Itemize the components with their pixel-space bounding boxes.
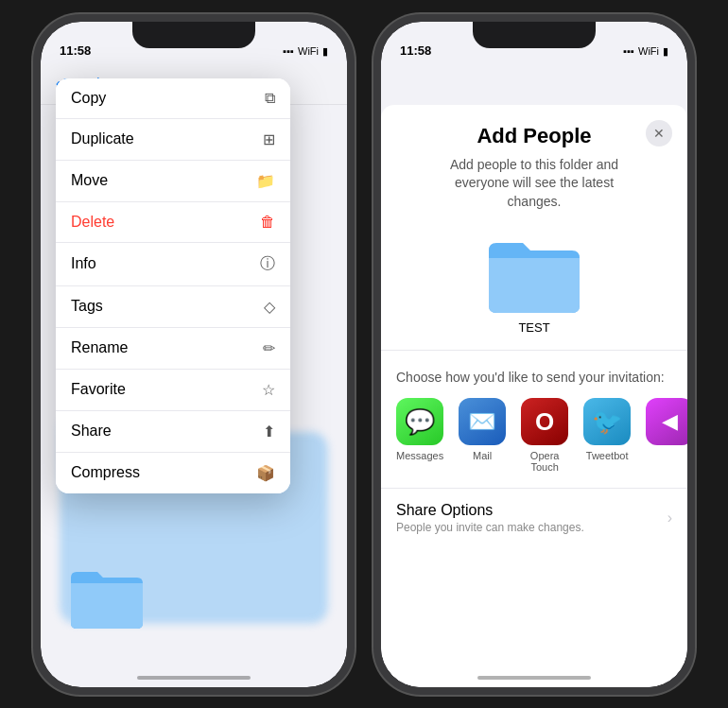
share-options-sub: People you invite can make changes. — [396, 521, 584, 534]
messages-icon: 💬 — [405, 407, 435, 437]
app-messages[interactable]: 💬 Messages — [396, 398, 443, 461]
left-screen: 11:58 ▪▪▪ WiFi ▮ ‹ Search — [41, 22, 347, 687]
messages-label: Messages — [396, 450, 443, 461]
menu-item-delete[interactable]: Delete 🗑 — [56, 202, 290, 243]
sheet-title: Add People — [400, 124, 668, 148]
divider-1 — [381, 350, 687, 351]
time-left: 11:58 — [60, 43, 91, 58]
menu-label-tags: Tags — [71, 298, 103, 315]
opera-app-icon: O — [521, 398, 568, 445]
close-button[interactable]: ✕ — [646, 120, 672, 147]
share-options-title: Share Options — [396, 502, 584, 519]
menu-label-move: Move — [71, 172, 108, 189]
signal-icon: ▪▪▪ — [283, 45, 294, 57]
menu-item-copy[interactable]: Copy ⧉ — [56, 78, 290, 119]
favorite-icon: ☆ — [262, 381, 275, 399]
folder-svg — [69, 564, 145, 630]
menu-item-share[interactable]: Share ⬆ — [56, 411, 290, 453]
mail-label: Mail — [473, 450, 492, 461]
home-indicator-left — [137, 676, 251, 680]
share-options-info: Share Options People you invite can make… — [396, 502, 584, 534]
notch — [132, 22, 255, 48]
status-icons-left: ▪▪▪ WiFi ▮ — [283, 45, 328, 58]
mail-icon: ✉️ — [468, 408, 496, 435]
menu-label-compress: Compress — [71, 464, 140, 481]
messages-app-icon: 💬 — [396, 398, 443, 445]
menu-item-info[interactable]: Info ⓘ — [56, 243, 290, 286]
share-prompt: Choose how you'd like to send your invit… — [396, 370, 672, 385]
app-tweetbot[interactable]: 🐦 Tweetbot — [583, 398, 631, 461]
sheet-folder: TEST — [381, 220, 687, 342]
tweetbot-icon: 🐦 — [592, 407, 622, 437]
folder-name: TEST — [518, 320, 549, 335]
menu-item-favorite[interactable]: Favorite ☆ — [56, 370, 290, 411]
bottom-folder — [69, 564, 145, 630]
chevron-right-icon: › — [667, 509, 672, 527]
wifi-icon-right: WiFi — [638, 45, 659, 57]
app-mail[interactable]: ✉️ Mail — [459, 398, 506, 461]
mail-app-icon: ✉️ — [459, 398, 506, 445]
home-indicator-right — [477, 676, 591, 680]
menu-label-copy: Copy — [71, 90, 106, 107]
delete-icon: 🗑 — [260, 214, 275, 231]
menu-item-tags[interactable]: Tags ◇ — [56, 286, 290, 328]
tags-icon: ◇ — [264, 298, 275, 316]
tweetbot-label: Tweetbot — [586, 450, 629, 461]
folder-icon-large — [487, 235, 581, 313]
more-icon: ◀ — [662, 409, 678, 434]
left-phone: 11:58 ▪▪▪ WiFi ▮ ‹ Search — [33, 14, 355, 695]
share-options-row[interactable]: Share Options People you invite can make… — [381, 488, 687, 547]
share-apps-row: 💬 Messages ✉️ Mail O Opera — [396, 398, 672, 473]
rename-icon: ✏ — [263, 339, 275, 357]
sheet-subtitle: Add people to this folder and everyone w… — [430, 156, 638, 212]
copy-icon: ⧉ — [265, 90, 275, 107]
menu-label-share: Share — [71, 423, 112, 440]
duplicate-icon: ⊞ — [263, 130, 275, 148]
right-phone: 11:58 ▪▪▪ WiFi ▮ ‹ Search ✕ Add People — [373, 14, 695, 695]
opera-icon: O — [535, 407, 554, 437]
notch-right — [473, 22, 596, 48]
menu-label-delete: Delete — [71, 214, 114, 231]
right-screen: 11:58 ▪▪▪ WiFi ▮ ‹ Search ✕ Add People — [381, 22, 687, 687]
time-right: 11:58 — [400, 43, 431, 58]
compress-icon: 📦 — [256, 464, 275, 482]
sheet-header: ✕ Add People Add people to this folder a… — [381, 105, 687, 221]
menu-item-rename[interactable]: Rename ✏ — [56, 328, 290, 370]
menu-item-move[interactable]: Move 📁 — [56, 161, 290, 202]
share-icon: ⬆ — [263, 423, 275, 440]
battery-icon: ▮ — [322, 45, 328, 58]
context-menu: Copy ⧉ Duplicate ⊞ Move 📁 Delete 🗑 Info … — [56, 78, 290, 493]
wifi-icon: WiFi — [298, 45, 319, 57]
more-app-icon: ◀ — [646, 398, 687, 445]
menu-item-compress[interactable]: Compress 📦 — [56, 453, 290, 493]
info-icon: ⓘ — [260, 254, 275, 274]
add-people-sheet: ✕ Add People Add people to this folder a… — [381, 105, 687, 687]
signal-icon-right: ▪▪▪ — [623, 45, 634, 57]
app-opera[interactable]: O Opera Touch — [521, 398, 568, 473]
menu-label-rename: Rename — [71, 339, 128, 356]
menu-label-info: Info — [71, 255, 96, 272]
tweetbot-app-icon: 🐦 — [583, 398, 631, 445]
app-more[interactable]: ◀ — [646, 398, 687, 445]
share-section: Choose how you'd like to send your invit… — [381, 358, 687, 480]
menu-label-duplicate: Duplicate — [71, 130, 134, 147]
menu-label-favorite: Favorite — [71, 381, 126, 398]
battery-icon-right: ▮ — [663, 45, 668, 58]
menu-item-duplicate[interactable]: Duplicate ⊞ — [56, 119, 290, 161]
status-icons-right: ▪▪▪ WiFi ▮ — [623, 45, 668, 58]
close-icon: ✕ — [653, 126, 665, 141]
move-icon: 📁 — [256, 172, 275, 190]
opera-label: Opera Touch — [521, 450, 568, 473]
